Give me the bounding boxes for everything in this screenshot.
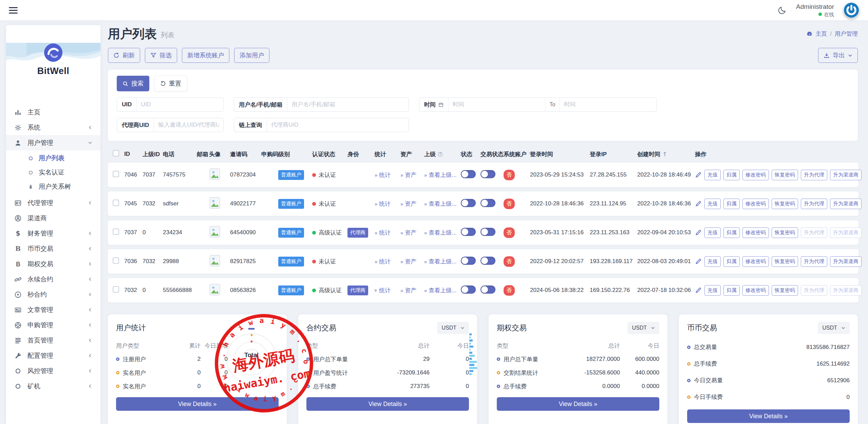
action-button-4[interactable]: 升为代理 <box>801 199 827 209</box>
stats-link[interactable]: »统计 <box>375 200 391 208</box>
sidebar-item-11[interactable]: 申购管理 <box>6 317 100 333</box>
currency-select[interactable]: USDT <box>437 322 469 334</box>
asset-link[interactable]: »资产 <box>400 287 416 294</box>
asset-link[interactable]: »资产 <box>400 171 416 179</box>
edit-pencil-icon[interactable] <box>695 171 702 178</box>
sidebar-item-15[interactable]: 矿机 <box>6 379 100 394</box>
action-button-4[interactable]: 升为代理 <box>801 170 827 180</box>
select-all-checkbox[interactable] <box>113 150 119 156</box>
search-field-input-3[interactable] <box>154 118 223 132</box>
action-button-0[interactable]: 充值 <box>704 227 721 238</box>
view-parent-link[interactable]: »查看上级... <box>424 171 457 179</box>
sidebar-item-13[interactable]: 配置管理 <box>6 348 100 363</box>
search-button[interactable]: 搜索 <box>117 76 149 91</box>
action-button-1[interactable]: 归属 <box>723 199 740 209</box>
status-toggle[interactable] <box>461 285 476 294</box>
sidebar-item-0[interactable]: 主页 <box>6 105 100 120</box>
status-toggle[interactable] <box>461 199 476 207</box>
status-toggle[interactable] <box>461 257 476 265</box>
trade-status-toggle[interactable] <box>480 285 495 294</box>
sidebar-item-3[interactable]: 代理管理 <box>6 195 100 210</box>
sidebar-item-14[interactable]: 风控管理 <box>6 363 100 379</box>
search-field-input-4[interactable] <box>267 118 409 132</box>
filter-button[interactable]: 筛选 <box>145 48 177 63</box>
dark-mode-toggle-moon-icon[interactable] <box>778 6 787 15</box>
trade-status-toggle[interactable] <box>480 228 495 236</box>
user-avatar[interactable] <box>844 2 859 18</box>
sidebar-item-2[interactable]: 用户管理 <box>6 135 100 150</box>
status-toggle[interactable] <box>461 170 476 178</box>
action-button-3[interactable]: 恢复密码 <box>772 285 798 296</box>
action-button-3[interactable]: 恢复密码 <box>772 199 798 209</box>
add-user-button[interactable]: 添加用户 <box>234 48 269 63</box>
action-button-2[interactable]: 修改密码 <box>742 227 769 238</box>
action-button-5[interactable]: 升为渠道商 <box>830 199 862 209</box>
reset-button[interactable]: 重置 <box>154 76 187 91</box>
edit-pencil-icon[interactable] <box>695 229 702 236</box>
action-button-2[interactable]: 修改密码 <box>742 285 769 296</box>
action-button-0[interactable]: 充值 <box>704 285 721 296</box>
action-button-1[interactable]: 归属 <box>723 170 740 180</box>
action-button-4[interactable]: 升为代理 <box>801 256 827 267</box>
sidebar-subitem-2-0[interactable]: 用户列表 <box>6 151 100 165</box>
hamburger-menu-icon[interactable] <box>9 7 18 14</box>
sidebar-item-1[interactable]: 系统 <box>6 120 100 135</box>
export-button[interactable]: 导出 <box>818 48 858 63</box>
sidebar-item-12[interactable]: 首页管理 <box>6 333 100 348</box>
action-button-5[interactable]: 升为渠道商 <box>830 256 862 267</box>
refresh-button[interactable]: 刷新 <box>108 48 140 63</box>
sidebar-subitem-2-1[interactable]: 实名认证 <box>6 165 100 180</box>
edit-pencil-icon[interactable] <box>695 200 702 207</box>
action-button-1[interactable]: 归属 <box>723 256 740 267</box>
view-parent-link[interactable]: »查看上级... <box>424 229 457 237</box>
edit-pencil-icon[interactable] <box>695 287 702 294</box>
sidebar-item-9[interactable]: 秒合约 <box>6 287 100 302</box>
asset-link[interactable]: »资产 <box>400 229 416 237</box>
sidebar-item-4[interactable]: 渠道商 <box>6 210 100 226</box>
stats-link[interactable]: »统计 <box>375 287 391 294</box>
status-toggle[interactable] <box>461 228 476 236</box>
edit-pencil-icon[interactable] <box>695 258 702 265</box>
stats-link[interactable]: »统计 <box>375 171 391 179</box>
action-button-3[interactable]: 恢复密码 <box>772 170 798 180</box>
asset-link[interactable]: »资产 <box>400 258 416 265</box>
view-details-button[interactable]: View Details » <box>497 397 659 411</box>
sidebar-item-5[interactable]: $财务管理 <box>6 226 100 241</box>
trade-status-toggle[interactable] <box>480 170 495 178</box>
stats-link[interactable]: »统计 <box>375 258 391 265</box>
view-details-button[interactable]: View Details » <box>306 397 469 411</box>
action-button-1[interactable]: 归属 <box>723 227 740 238</box>
action-button-1[interactable]: 归属 <box>723 285 740 296</box>
action-button-0[interactable]: 充值 <box>704 256 721 267</box>
row-checkbox[interactable] <box>113 200 119 206</box>
search-field-input-1[interactable] <box>287 98 409 111</box>
action-button-2[interactable]: 修改密码 <box>742 199 769 209</box>
view-parent-link[interactable]: »查看上级... <box>424 258 457 265</box>
currency-select[interactable]: USDT <box>818 322 850 334</box>
user-block[interactable]: Administrator 在线 <box>796 3 834 18</box>
sidebar-item-7[interactable]: B期权交易 <box>6 256 100 272</box>
trade-status-toggle[interactable] <box>480 257 495 265</box>
trade-status-toggle[interactable] <box>480 199 495 207</box>
action-button-5[interactable]: 升为渠道商 <box>830 170 862 180</box>
sidebar-subitem-2-2[interactable]: 用户关系树 <box>6 180 100 194</box>
row-checkbox[interactable] <box>113 257 119 264</box>
search-field-input-2-end[interactable] <box>560 98 656 111</box>
row-checkbox[interactable] <box>113 286 119 293</box>
action-button-3[interactable]: 恢复密码 <box>772 256 798 267</box>
view-parent-link[interactable]: »查看上级... <box>424 287 457 294</box>
sidebar-item-8[interactable]: 永续合约 <box>6 272 100 287</box>
search-field-input-2[interactable] <box>449 98 545 111</box>
breadcrumb-home-link[interactable]: 主页 <box>815 30 827 38</box>
row-checkbox[interactable] <box>113 228 119 235</box>
view-details-button[interactable]: View Details » <box>116 397 279 411</box>
action-button-3[interactable]: 恢复密码 <box>772 227 798 238</box>
row-checkbox[interactable] <box>113 171 119 177</box>
search-field-input-0[interactable] <box>137 98 223 111</box>
action-button-2[interactable]: 修改密码 <box>742 256 769 267</box>
view-details-button[interactable]: View Details » <box>687 409 850 423</box>
stats-link[interactable]: »统计 <box>375 229 391 237</box>
add-system-account-button[interactable]: 新增系统账户 <box>182 48 229 63</box>
sidebar-item-10[interactable]: 文章管理 <box>6 302 100 317</box>
currency-select[interactable]: USDT <box>627 322 659 334</box>
